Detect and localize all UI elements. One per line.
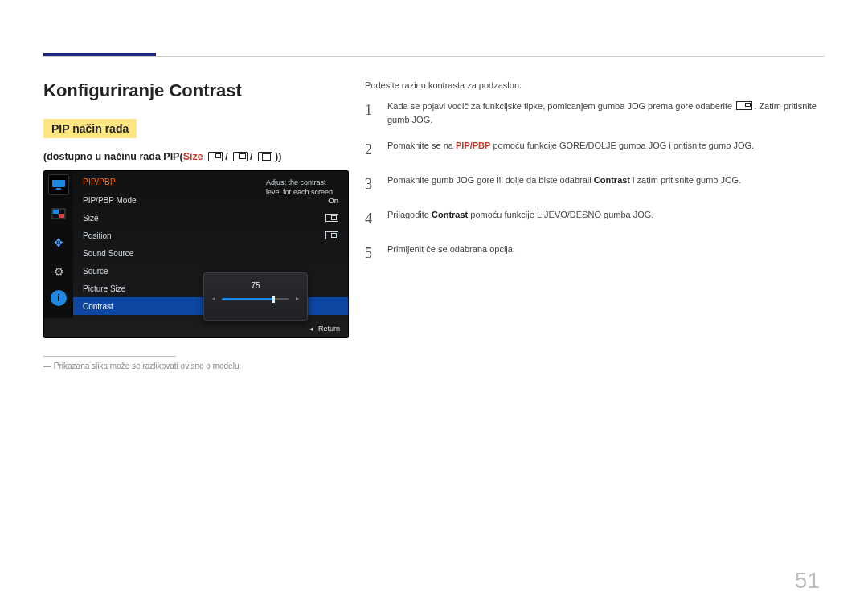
page-title: Konfiguriranje Contrast xyxy=(43,80,349,101)
svg-rect-0 xyxy=(52,180,65,187)
pip-position-icon xyxy=(326,231,338,239)
osd-row-label: PIP/PBP Mode xyxy=(83,196,137,205)
step-text: Pomaknite gumb JOG gore ili dolje da bis… xyxy=(387,175,594,185)
menu-icon xyxy=(736,101,752,110)
size-keyword: Size xyxy=(183,151,203,162)
step-text: pomoću funkcije GORE/DOLJE gumba JOG i p… xyxy=(490,141,754,150)
step-2: Pomaknite se na PIP/PBP pomoću funkcije … xyxy=(365,139,825,161)
move-icon[interactable]: ✥ xyxy=(48,232,69,253)
svg-rect-3 xyxy=(53,210,59,214)
pip-tab-icon[interactable] xyxy=(48,203,69,224)
step-3: Pomaknite gumb JOG gore ili dolje da bis… xyxy=(365,174,825,195)
osd-panel: ✥ ⚙ i PIP/PBP PIP/PBP Mode On Size xyxy=(43,170,349,338)
keyword-contrast: Contrast xyxy=(594,175,630,185)
osd-slider-popup: 75 ◂ ▸ xyxy=(203,272,308,321)
osd-row-sound[interactable]: Sound Source xyxy=(73,244,348,262)
pip-mode-band: PIP način rada xyxy=(43,119,137,138)
svg-rect-4 xyxy=(59,214,64,218)
slider-knob[interactable] xyxy=(272,296,275,303)
display-icon[interactable] xyxy=(48,174,69,195)
keyword-pippbp: PIP/PBP xyxy=(456,141,490,150)
keyword-contrast: Contrast xyxy=(432,210,468,219)
osd-row-position[interactable]: Position xyxy=(73,227,348,244)
step-text: i zatim pritisnite gumb JOG. xyxy=(630,175,741,185)
size-icon-large xyxy=(258,152,272,161)
step-4: Prilagodite Contrast pomoću funkcije LIJ… xyxy=(365,208,825,230)
osd-row-label: Source xyxy=(83,267,108,276)
osd-row-label: Contrast xyxy=(83,302,113,311)
step-text: Pomaknite se na xyxy=(387,141,456,150)
osd-row-label: Sound Source xyxy=(83,249,133,258)
footnote: Prikazana slika može se razlikovati ovis… xyxy=(43,362,349,370)
step-text: Primijenit će se odabrana opcija. xyxy=(387,243,515,264)
footnote-rule xyxy=(43,356,176,357)
pip-size-icon xyxy=(326,214,338,222)
slider-track[interactable]: ◂ ▸ xyxy=(222,298,289,300)
settings-icon[interactable]: ⚙ xyxy=(48,261,69,282)
osd-return[interactable]: Return xyxy=(309,325,340,333)
step-text: pomoću funkcije LIJEVO/DESNO gumba JOG. xyxy=(468,210,653,219)
page-number: 51 xyxy=(795,568,820,594)
pip-subhead: (dostupno u načinu rada PIP(Size / / )) xyxy=(43,151,349,162)
slider-value: 75 xyxy=(212,281,299,290)
osd-row-size[interactable]: Size xyxy=(73,209,348,227)
subhead-prefix: (dostupno u načinu rada PIP( xyxy=(43,151,183,162)
size-icon-medium xyxy=(233,152,248,161)
intro-text: Podesite razinu kontrasta za podzaslon. xyxy=(365,80,825,90)
osd-help-text: Adjust the contrast level for each scree… xyxy=(266,178,342,197)
osd-nav: ✥ ⚙ i xyxy=(44,171,73,318)
step-1: Kada se pojavi vodič za funkcijske tipke… xyxy=(365,100,825,126)
step-5: Primijenit će se odabrana opcija. xyxy=(365,243,825,264)
step-text: Prilagodite xyxy=(387,210,432,219)
osd-row-label: Size xyxy=(83,214,98,223)
osd-row-label: Picture Size xyxy=(83,284,125,293)
subhead-suffix: )) xyxy=(275,151,281,162)
svg-rect-1 xyxy=(56,188,61,190)
steps-list: Kada se pojavi vodič za funkcijske tipke… xyxy=(365,100,825,264)
slider-left-arrow[interactable]: ◂ xyxy=(212,295,215,302)
size-icon-small xyxy=(208,152,223,161)
osd-row-label: Position xyxy=(83,231,112,240)
slider-fill xyxy=(222,298,272,300)
slider-right-arrow[interactable]: ▸ xyxy=(296,295,299,302)
header-rule xyxy=(43,56,825,57)
step-text: Kada se pojavi vodič za funkcijske tipke… xyxy=(387,101,735,111)
info-icon[interactable]: i xyxy=(51,290,67,306)
